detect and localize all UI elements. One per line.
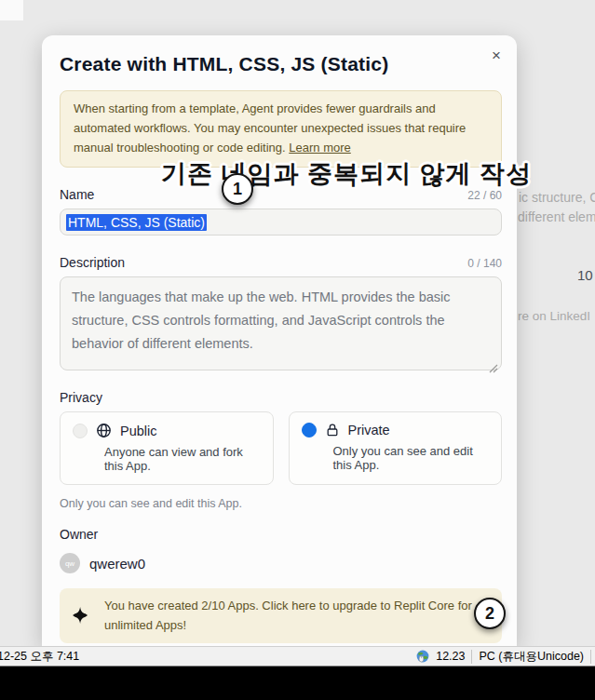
callout-badge-1: 1 — [222, 173, 253, 205]
statusbar-encoding: PC (휴대용Unicode) — [479, 649, 584, 665]
owner-username: qwerew0 — [89, 556, 145, 572]
statusbar-separator — [590, 650, 591, 664]
statusbar-separator — [471, 650, 472, 664]
letterbox-strip — [0, 666, 595, 700]
globe-icon — [96, 423, 112, 438]
public-option-title: Public — [120, 424, 157, 438]
owner-row: qw qwerew0 — [60, 553, 502, 573]
close-icon[interactable]: × — [486, 46, 507, 66]
learn-more-link[interactable]: Learn more — [289, 141, 350, 155]
sparkle-icon — [73, 607, 88, 625]
privacy-label: Privacy — [60, 390, 102, 405]
background-text-fragment: 10 — [577, 267, 593, 283]
viewer-statusbar: 12-25 오후 7:41 12.23 PC (휴대용Unicode) — [0, 646, 595, 666]
privacy-note: Only you can see and edit this App. — [60, 497, 502, 510]
name-input[interactable]: HTML, CSS, JS (Static) — [60, 209, 502, 236]
background-text-fragment: different elem — [518, 209, 595, 224]
upgrade-banner-text: You have created 2/10 Apps. Click here t… — [104, 597, 489, 634]
description-placeholder-text: The languages that make up the web. HTML… — [72, 289, 451, 351]
warning-text: When starting from a template, Agent pro… — [74, 101, 466, 155]
corner-square — [0, 0, 23, 20]
private-option-subtitle: Only you can see and edit this App. — [333, 444, 493, 472]
privacy-option-public[interactable]: Public Anyone can view and fork this App… — [60, 411, 274, 485]
globe-viewer-icon — [416, 650, 429, 663]
dialog-title: Create with HTML, CSS, JS (Static) — [60, 53, 502, 75]
background-text-fragment: ic structure, C — [519, 190, 595, 205]
korean-annotation: 기존 네임과 중복되지 않게 작성 — [161, 157, 532, 191]
name-input-selected-text: HTML, CSS, JS (Static) — [66, 214, 207, 231]
create-app-dialog: × Create with HTML, CSS, JS (Static) Whe… — [42, 35, 517, 646]
screen: ic structure, C different elem 10 re on … — [0, 0, 595, 700]
public-option-subtitle: Anyone can view and fork this App. — [104, 445, 264, 473]
description-textarea[interactable]: The languages that make up the web. HTML… — [60, 276, 502, 370]
name-char-counter: 22 / 60 — [467, 189, 502, 202]
radio-private-checked[interactable] — [302, 423, 317, 438]
background-text-fragment: re on LinkedI — [518, 309, 590, 323]
name-label: Name — [60, 187, 94, 202]
privacy-option-private[interactable]: Private Only you can see and edit this A… — [289, 411, 503, 485]
description-char-counter: 0 / 140 — [467, 257, 502, 270]
statusbar-zoom-value: 12.23 — [436, 650, 465, 663]
description-label: Description — [60, 255, 125, 270]
template-warning-banner: When starting from a template, Agent pro… — [60, 90, 502, 168]
callout-badge-2: 2 — [474, 598, 506, 629]
owner-label: Owner — [60, 527, 502, 542]
lock-icon — [325, 423, 340, 438]
resize-handle-icon[interactable] — [489, 357, 498, 367]
upgrade-banner[interactable]: You have created 2/10 Apps. Click here t… — [60, 588, 502, 642]
statusbar-datetime: 12-25 오후 7:41 — [0, 649, 79, 665]
radio-public-unchecked[interactable] — [73, 424, 88, 438]
avatar: qw — [60, 553, 80, 573]
private-option-title: Private — [348, 423, 390, 438]
